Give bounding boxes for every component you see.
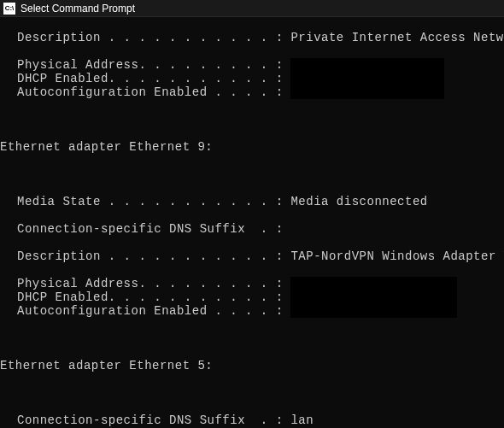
physaddr-label: Physical Address. . . . . . . . . : <box>17 277 284 290</box>
desc-label: Description . . . . . . . . . . . : <box>17 249 284 263</box>
autoconf-label: Autoconfiguration Enabled . . . . : <box>17 85 284 99</box>
redacted-block <box>290 58 444 99</box>
media-state-label: Media State . . . . . . . . . . . : <box>17 195 284 208</box>
window-title: Select Command Prompt <box>21 3 135 15</box>
desc-value: Private Internet Access Network Ada <box>284 31 504 44</box>
physaddr-label: Physical Address. . . . . . . . . : <box>17 58 284 72</box>
adapter-header: Ethernet adapter Ethernet 9: <box>0 140 504 154</box>
dns-suffix-label: Connection-specific DNS Suffix . : <box>0 222 504 236</box>
terminal-output[interactable]: Description . . . . . . . . . . . : Priv… <box>0 17 504 428</box>
autoconf-label: Autoconfiguration Enabled . . . . : <box>17 304 284 318</box>
dns-suffix-label: Connection-specific DNS Suffix . : <box>17 413 284 427</box>
dhcp-label: DHCP Enabled. . . . . . . . . . . : <box>17 290 284 304</box>
title-bar[interactable]: C:\ Select Command Prompt <box>0 0 504 17</box>
dns-suffix-value: lan <box>284 413 314 427</box>
desc-value: TAP-NordVPN Windows Adapter V9 <box>284 249 504 263</box>
adapter-header: Ethernet adapter Ethernet 5: <box>0 359 504 372</box>
cmd-icon: C:\ <box>3 3 15 15</box>
redacted-block <box>290 277 457 318</box>
dhcp-label: DHCP Enabled. . . . . . . . . . . : <box>17 72 284 85</box>
desc-label: Description . . . . . . . . . . . : <box>17 31 284 44</box>
media-state-value: Media disconnected <box>284 195 428 208</box>
